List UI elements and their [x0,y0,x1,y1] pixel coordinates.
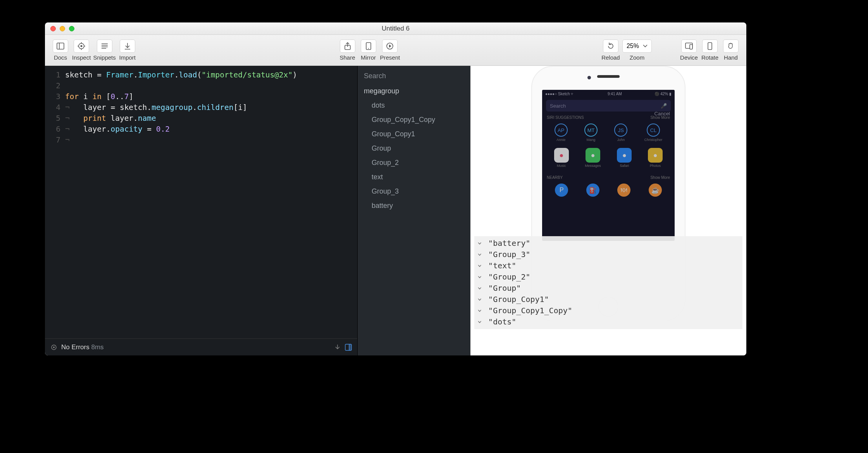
svg-rect-22 [708,43,712,50]
layer-panel: Search megagroup dots Group_Copy1_Copy G… [357,66,470,355]
svg-rect-21 [690,45,692,49]
docs-button[interactable]: Docs [51,39,70,61]
svg-point-3 [81,45,83,47]
inspect-button[interactable]: Inspect [72,39,91,61]
svg-point-24 [53,347,55,348]
titlebar: Untitled 6 [45,22,746,35]
hand-button[interactable]: Hand [722,39,740,61]
zoom-select[interactable]: 25% Zoom [622,39,652,61]
device-icon [685,43,693,50]
preview-pane: ●●●●○ Sketch ᯤ 9:41 AM ⚫ 42% ▮ Search🎤 C… [470,66,746,355]
gutter: 1 2 3 4 5 6 7 [45,70,65,338]
toolbar-right: Reload 25% Zoom Device Rotate Hand [601,39,740,61]
layer-search[interactable]: Search [358,68,470,84]
svg-rect-0 [57,43,64,49]
content: 1 2 3 4 5 6 7 sketch = Framer.Importer.l… [45,66,746,355]
layer-root[interactable]: megagroup [358,84,470,98]
console-line: › "dots" [477,316,739,328]
code-editor[interactable]: 1 2 3 4 5 6 7 sketch = Framer.Importer.l… [45,66,357,355]
phone-speaker [597,75,620,78]
import-button[interactable]: Import [118,39,137,61]
rotate-icon [707,42,713,50]
layer-item[interactable]: battery [358,199,470,213]
chevron-down-icon [643,45,648,48]
app-window: Untitled 6 Docs Inspect Snippets Import [45,22,746,355]
toolbar: Docs Inspect Snippets Import Share [45,35,746,66]
layer-item[interactable]: Group [358,141,470,156]
console-line: › "text" [477,260,739,271]
phone-screen[interactable]: ●●●●○ Sketch ᯤ 9:41 AM ⚫ 42% ▮ Search🎤 C… [542,90,675,241]
rotate-button[interactable]: Rotate [701,39,719,61]
reload-icon [607,42,615,50]
toolbar-center: Share Mirror Present [338,39,400,61]
reload-button[interactable]: Reload [601,39,620,61]
download-icon[interactable] [334,344,341,351]
console-line: › "Group" [477,283,739,294]
console-line: › "battery" [477,238,739,249]
console-line: › "Group_2" [477,271,739,283]
share-button[interactable]: Share [338,39,357,61]
dim-overlay [542,90,675,241]
layer-item[interactable]: Group_Copy1_Copy [358,113,470,127]
svg-marker-19 [389,45,391,48]
code-lines[interactable]: sketch = Framer.Importer.load("imported/… [65,70,357,338]
console-line: › "Group_Copy1_Copy" [477,305,739,316]
console-output: › "battery"› "Group_3"› "text"› "Group_2… [474,236,742,329]
panel-icon[interactable] [345,344,352,351]
layer-item[interactable]: Group_3 [358,184,470,199]
console-line: › "Group_Copy1" [477,294,739,305]
present-button[interactable]: Present [380,39,400,61]
toolbar-left: Docs Inspect Snippets Import [51,39,137,61]
docs-icon [57,43,64,50]
hand-icon [727,42,735,50]
console-line: › "Group_3" [477,249,739,260]
layer-item[interactable]: Group_2 [358,156,470,170]
present-icon [386,42,394,50]
layer-item[interactable]: Group_Copy1 [358,127,470,141]
layer-item[interactable]: text [358,170,470,184]
svg-rect-28 [349,344,351,350]
share-icon [344,42,351,50]
import-icon [124,42,131,50]
mirror-icon [365,42,372,50]
mirror-button[interactable]: Mirror [359,39,378,61]
inspect-icon [78,42,85,50]
layer-item[interactable]: dots [358,98,470,113]
status-bar: No Errors 8ms [45,338,357,355]
phone-camera [587,76,591,79]
snippets-button[interactable]: Snippets [93,39,115,61]
svg-point-17 [368,48,369,49]
snippets-icon [101,43,108,49]
target-icon[interactable] [50,344,57,351]
device-button[interactable]: Device [680,39,698,61]
window-title: Untitled 6 [45,25,746,33]
